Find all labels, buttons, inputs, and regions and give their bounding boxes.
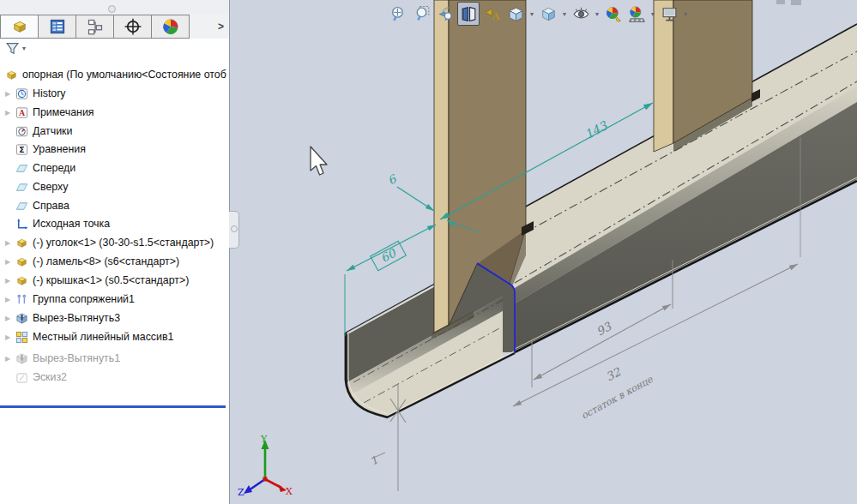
sensors-icon xyxy=(15,125,28,138)
crosshair-icon xyxy=(124,18,142,35)
tab-displaymanager[interactable] xyxy=(152,15,190,39)
section-view-button[interactable] xyxy=(457,2,480,26)
display-style-icon xyxy=(540,5,558,23)
rollback-bar[interactable] xyxy=(0,405,226,408)
hide-show-items-dropdown[interactable]: ▼ xyxy=(594,11,601,17)
tree-item-cut-extrude1[interactable]: ▶ Вырез-Вытянуть1 xyxy=(0,349,228,368)
expand-arrow-icon[interactable]: ▶ xyxy=(5,315,15,322)
hide-show-items-button[interactable] xyxy=(570,3,591,25)
splitter-grip xyxy=(231,225,238,232)
expand-arrow-icon[interactable]: ▶ xyxy=(5,109,15,117)
expand-arrow-icon[interactable]: ▶ xyxy=(5,277,15,285)
tree-item-top-plane[interactable]: Сверху xyxy=(0,177,228,196)
tree-item-equations[interactable]: Уравнения xyxy=(0,140,228,159)
configuration-icon xyxy=(87,18,104,35)
filter-dropdown[interactable]: ▼ xyxy=(21,45,27,51)
tree-item-ugolok[interactable]: ▶ (-) уголок<1> (30-30-s1.5<стандарт>) xyxy=(0,233,228,252)
view-orientation-button[interactable] xyxy=(505,3,526,25)
cut-extrude-icon xyxy=(15,352,28,365)
expand-arrow-icon[interactable]: ▶ xyxy=(5,90,15,98)
tree-item-history[interactable]: ▶ History xyxy=(0,84,228,103)
tab-overflow-chevron[interactable]: > xyxy=(218,15,229,39)
history-icon xyxy=(15,87,28,100)
sketch-icon xyxy=(15,371,28,384)
triad-y-label: Y xyxy=(260,434,268,445)
tab-dimxpertmanager[interactable] xyxy=(114,15,152,39)
edit-appearance-icon xyxy=(605,5,623,23)
property-manager-icon xyxy=(49,18,66,35)
display-manager-icon xyxy=(162,18,179,35)
triad-x-label: X xyxy=(286,486,293,497)
tree-item-annotations[interactable]: ▶ Примечания xyxy=(0,103,228,122)
view-settings-icon xyxy=(661,5,679,23)
tree-filter-bar[interactable]: ▼ xyxy=(0,39,229,57)
tree-item-mate-group[interactable]: ▶ Группа сопряжений1 xyxy=(0,290,228,309)
expand-arrow-icon[interactable]: ▶ xyxy=(5,355,15,363)
feature-tree: опорная (По умолчанию<Состояние отоб ▶ H… xyxy=(0,60,228,504)
tree-item-front-plane[interactable]: Спереди xyxy=(0,159,228,177)
view-settings-dropdown[interactable]: ▼ xyxy=(682,11,689,17)
apply-scene-icon xyxy=(628,5,646,23)
tree-item-sensors[interactable]: Датчики xyxy=(0,122,228,141)
triad-z-label: Z xyxy=(238,487,244,498)
tree-item-lamel[interactable]: ▶ (-) ламель<8> (s6<стандарт>) xyxy=(0,252,228,271)
previous-view-button[interactable] xyxy=(434,3,455,25)
plane-icon xyxy=(15,181,28,194)
display-style-button[interactable] xyxy=(538,3,558,25)
view-settings-button[interactable] xyxy=(659,3,679,25)
annotation-views-icon xyxy=(484,5,502,23)
part-icon xyxy=(11,18,28,35)
filter-funnel-icon xyxy=(5,41,20,56)
solidworks-window: 143 6 60 93 xyxy=(0,0,857,504)
zoom-to-area-button[interactable] xyxy=(411,3,432,25)
tab-configurationmanager[interactable] xyxy=(76,15,114,39)
tab-propertymanager[interactable] xyxy=(39,15,76,39)
view-orientation-dropdown[interactable]: ▼ xyxy=(528,11,535,17)
tree-root-item[interactable]: опорная (По умолчанию<Состояние отоб xyxy=(0,65,228,84)
tree-item-sketch2[interactable]: Эскиз2 xyxy=(0,368,228,387)
section-view-icon xyxy=(460,5,478,23)
mate-group-icon xyxy=(15,293,28,306)
expand-arrow-icon[interactable]: ▶ xyxy=(5,239,15,247)
tree-item-kryshka[interactable]: ▶ (-) крышка<1> (s0.5<стандарт>) xyxy=(0,271,228,290)
clipped-ui-fragment xyxy=(776,0,785,4)
pattern-icon xyxy=(15,331,28,344)
zoom-to-fit-button[interactable] xyxy=(388,3,408,25)
eye-icon xyxy=(572,5,590,23)
part-icon xyxy=(15,255,28,268)
origin-icon xyxy=(15,218,28,231)
display-style-dropdown[interactable]: ▼ xyxy=(561,11,568,17)
zoom-to-fit-icon xyxy=(389,5,407,23)
tree-item-origin[interactable]: Исходная точка xyxy=(0,214,228,233)
previous-view-icon xyxy=(436,5,454,23)
clipped-ui-fragment xyxy=(791,0,801,5)
feature-manager-panel: > ▼ опорная (По умолчанию<Состояние отоб… xyxy=(0,0,230,504)
plane-icon xyxy=(15,200,28,213)
annotations-icon xyxy=(15,106,28,119)
annotation-views-button[interactable] xyxy=(482,3,503,25)
plane-icon xyxy=(15,162,28,175)
equations-icon xyxy=(15,143,28,156)
edit-appearance-button[interactable] xyxy=(603,3,624,25)
expand-arrow-icon[interactable]: ▶ xyxy=(5,258,15,266)
apply-scene-button[interactable] xyxy=(626,3,647,25)
view-orientation-icon xyxy=(507,5,525,23)
tree-item-right-plane[interactable]: Справа xyxy=(0,196,228,215)
cut-extrude-icon xyxy=(15,312,28,325)
panel-top-splitter[interactable] xyxy=(0,0,229,15)
tab-featuremanager[interactable] xyxy=(0,15,39,39)
expand-arrow-icon[interactable]: ▶ xyxy=(5,333,15,341)
expand-arrow-icon[interactable]: ▶ xyxy=(5,296,15,303)
part-icon xyxy=(15,237,28,249)
panel-tab-bar: > xyxy=(0,15,229,39)
tree-item-cut-extrude3[interactable]: ▶ Вырез-Вытянуть3 xyxy=(0,309,228,327)
panel-splitter-handle[interactable] xyxy=(229,211,239,249)
splitter-grip[interactable] xyxy=(108,5,116,13)
apply-scene-dropdown[interactable]: ▼ xyxy=(649,11,656,17)
zoom-to-area-icon xyxy=(413,5,431,23)
part-icon xyxy=(15,274,28,287)
heads-up-view-toolbar: ▼ ▼ ▼ ▼ ▼ xyxy=(388,1,689,27)
tree-item-linear-pattern[interactable]: ▶ Местный линейный массив1 xyxy=(0,327,228,346)
part-icon xyxy=(5,69,18,81)
